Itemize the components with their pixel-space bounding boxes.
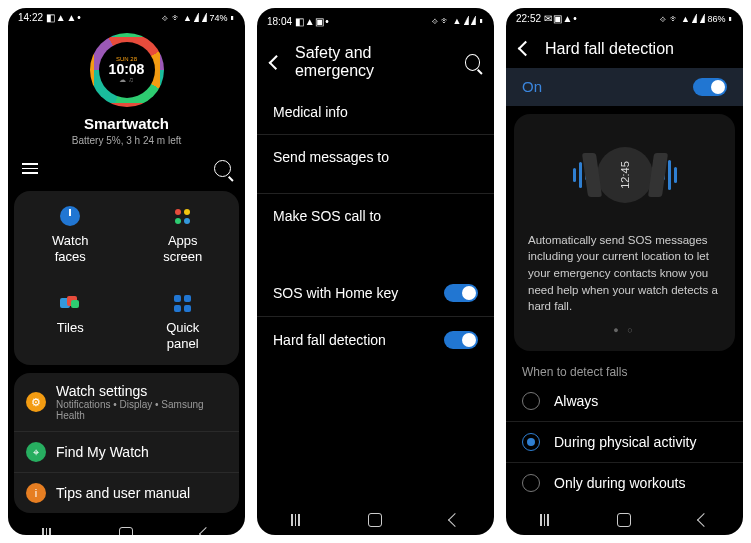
nav-home-icon[interactable] — [617, 513, 631, 527]
page-indicator: ● ○ — [528, 325, 721, 335]
nav-recent-icon[interactable] — [291, 514, 300, 526]
quick-panel-button[interactable]: Quick panel — [127, 278, 240, 365]
watch-face-preview[interactable]: SUN 28 10:08 ☁ ♫ Smartwatch Battery 5%, … — [8, 27, 245, 150]
option-physical-activity[interactable]: During physical activity — [506, 422, 743, 463]
sos-call-item[interactable]: Make SOS call to — [257, 194, 494, 252]
medical-info-item[interactable]: Medical info — [257, 90, 494, 135]
location-icon: ⌖ — [26, 442, 46, 462]
apps-screen-button[interactable]: Apps screen — [127, 191, 240, 278]
watch-face-icon: SUN 28 10:08 ☁ ♫ — [90, 33, 164, 107]
menu-icon[interactable] — [22, 163, 38, 174]
gear-icon: ⚙ — [26, 392, 46, 412]
nav-recent-icon[interactable] — [42, 528, 51, 535]
radio-icon — [522, 392, 540, 410]
back-icon[interactable] — [269, 55, 284, 70]
nav-bar — [8, 517, 245, 535]
illustration-card: 12:45 Automatically send SOS messages in… — [514, 114, 735, 351]
search-icon[interactable] — [465, 54, 480, 71]
info-icon: i — [26, 483, 46, 503]
status-bar: 22:52 ✉ ▣ ▲ • ⟐ ᯤ ▲ ◢ ◢ 86% ▮ — [506, 8, 743, 30]
nav-back-icon[interactable] — [199, 527, 213, 535]
watch-face-icon — [60, 206, 80, 226]
status-right-icons: ⟐ ᯤ ▲ ◢ ◢ 86% ▮ — [658, 14, 733, 24]
toggle-switch[interactable] — [444, 284, 478, 302]
nav-back-icon[interactable] — [448, 513, 462, 527]
status-time: 22:52 — [516, 13, 541, 24]
status-left-icons: ✉ ▣ ▲ • — [544, 13, 576, 24]
fall-illustration: 12:45 — [528, 130, 721, 220]
phone-screen-1: 14:22 ◧ ▲ ▲ • ⟐ ᯤ ▲ ◢ ◢ 74% ▮ SUN 28 10:… — [8, 8, 245, 535]
radio-icon-selected — [522, 433, 540, 451]
status-bar: 14:22 ◧ ▲ ▲ • ⟐ ᯤ ▲ ◢ ◢ 74% ▮ — [8, 8, 245, 27]
page-header: Hard fall detection — [506, 30, 743, 68]
nav-bar — [257, 503, 494, 535]
sos-home-key-item[interactable]: SOS with Home key — [257, 270, 494, 317]
find-my-watch-item[interactable]: ⌖ Find My Watch — [14, 431, 239, 472]
watch-settings-item[interactable]: ⚙ Watch settings Notifications • Display… — [14, 373, 239, 431]
quick-panel-icon — [174, 295, 191, 312]
phone-screen-2: 18:04 ◧ ▲ ▣ • ⟐ ᯤ ▲ ◢ ◢ ▮ Safety and eme… — [257, 8, 494, 535]
hard-fall-item[interactable]: Hard fall detection — [257, 317, 494, 363]
radio-icon — [522, 474, 540, 492]
nav-home-icon[interactable] — [119, 527, 133, 535]
search-icon[interactable] — [214, 160, 231, 177]
phone-screen-3: 22:52 ✉ ▣ ▲ • ⟐ ᯤ ▲ ◢ ◢ 86% ▮ Hard fall … — [506, 8, 743, 535]
status-right-icons: ⟐ ᯤ ▲ ◢ ◢ ▮ — [430, 16, 484, 26]
toggle-switch[interactable] — [693, 78, 727, 96]
master-toggle-row[interactable]: On — [506, 68, 743, 106]
toggle-switch[interactable] — [444, 331, 478, 349]
section-label: When to detect falls — [506, 359, 743, 381]
option-workouts[interactable]: Only during workouts — [506, 463, 743, 503]
send-messages-item[interactable]: Send messages to — [257, 135, 494, 194]
nav-bar — [506, 503, 743, 535]
status-bar: 18:04 ◧ ▲ ▣ • ⟐ ᯤ ▲ ◢ ◢ ▮ — [257, 8, 494, 34]
apps-icon — [175, 209, 190, 224]
nav-recent-icon[interactable] — [540, 514, 549, 526]
watch-faces-button[interactable]: Watch faces — [14, 191, 127, 278]
page-header: Safety and emergency — [257, 34, 494, 90]
status-left-icons: ◧ ▲ ▣ • — [295, 16, 328, 27]
tips-item[interactable]: i Tips and user manual — [14, 472, 239, 513]
description-text: Automatically send SOS messages includin… — [528, 232, 721, 315]
battery-status: Battery 5%, 3 h 24 m left — [72, 135, 182, 146]
status-time: 14:22 — [18, 12, 43, 23]
page-title: Hard fall detection — [545, 40, 674, 58]
status-time: 18:04 — [267, 16, 292, 27]
option-always[interactable]: Always — [506, 381, 743, 422]
status-left-icons: ◧ ▲ ▲ • — [46, 12, 80, 23]
page-title: Safety and emergency — [295, 44, 437, 80]
device-name: Smartwatch — [84, 115, 169, 132]
nav-home-icon[interactable] — [368, 513, 382, 527]
nav-back-icon[interactable] — [697, 513, 711, 527]
quick-grid: Watch faces Apps screen Tiles Quick pane… — [14, 191, 239, 365]
tiles-icon — [60, 296, 80, 310]
back-icon[interactable] — [518, 41, 534, 57]
settings-list: ⚙ Watch settings Notifications • Display… — [14, 373, 239, 513]
tiles-button[interactable]: Tiles — [14, 278, 127, 365]
watch-icon: 12:45 — [597, 147, 653, 203]
status-right-icons: ⟐ ᯤ ▲ ◢ ◢ 74% ▮ — [160, 13, 235, 23]
